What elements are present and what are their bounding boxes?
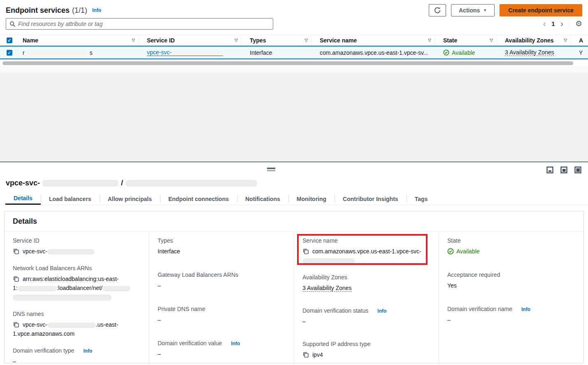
current-page[interactable]: 1 [551, 21, 555, 27]
info-link[interactable]: Info [377, 308, 386, 314]
copy-icon[interactable] [13, 276, 19, 282]
field-value: Available [456, 247, 480, 256]
column-header-acceptance[interactable]: A [575, 35, 588, 45]
field-supported-ip: Supported IP address type ipv4 [302, 341, 430, 359]
column-header-service-id[interactable]: Service ID ▽ [143, 35, 246, 45]
sort-icon[interactable]: ▽ [490, 38, 493, 42]
search-icon [9, 21, 16, 27]
tab-load-balancers[interactable]: Load balancers [41, 193, 100, 205]
horizontal-scrollbar-track [0, 61, 588, 66]
column-header-state[interactable]: State ▽ [439, 35, 501, 45]
panel-size-large-icon[interactable] [574, 166, 581, 175]
row-name-prefix: r [23, 49, 25, 56]
row-service-name-cell: com.amazonaws.vpce.us-east-1.vpce-sv... [316, 49, 439, 56]
row-service-id-cell: vpce-svc- [143, 49, 246, 56]
nlb-arn-line2-prefix: 1: [13, 285, 18, 291]
status-available-icon [443, 49, 449, 56]
dns-value-mid: .us-east- [96, 321, 118, 328]
row-state-cell: Available [439, 49, 501, 56]
column-header-name[interactable]: Name ▽ [19, 35, 143, 45]
service-id-value-prefix: vpce-svc- [23, 248, 47, 255]
refresh-button[interactable] [429, 4, 446, 16]
tab-endpoint-connections[interactable]: Endpoint connections [160, 193, 237, 205]
column-divider [241, 37, 242, 44]
field-label: Network Load Balancers ARNs [13, 265, 141, 271]
tab-allow-principals[interactable]: Allow principals [100, 193, 160, 205]
tab-details[interactable]: Details [5, 193, 41, 205]
details-column-1: Service ID vpce-svc- Network Load Balanc… [5, 232, 149, 365]
column-label: Service ID [147, 37, 175, 44]
search-input[interactable] [18, 21, 270, 27]
field-label: State [447, 237, 575, 244]
availability-zones-link[interactable]: 3 Availability Zones [302, 285, 352, 292]
page-count: (1/1) [72, 6, 87, 15]
field-state: State Available [447, 237, 575, 256]
next-page-icon[interactable]: › [560, 19, 563, 28]
redacted-value [47, 323, 96, 328]
details-column-2: Types Interface Gateway Load Balancers A… [149, 232, 294, 365]
sort-icon[interactable]: ▽ [304, 38, 308, 42]
previous-page-icon[interactable]: ‹ [543, 19, 546, 28]
sort-icon[interactable]: ▽ [428, 38, 431, 42]
field-value: Interface [158, 247, 286, 256]
redacted-value [47, 249, 95, 255]
service-name-line1: com.amazonaws.vpce.us-east-1.vpce-svc- [312, 247, 421, 256]
row-state-value: Available [452, 49, 475, 56]
service-id-link[interactable]: vpce-svc- [147, 49, 223, 56]
copy-icon[interactable] [302, 248, 309, 255]
table-header-row: ✓ Name ▽ Service ID ▽ Types ▽ Service na… [0, 35, 588, 46]
status-available-icon [447, 248, 454, 255]
row-acceptance-value: Y [579, 49, 583, 56]
field-value: – [158, 281, 286, 290]
info-link[interactable]: Info [83, 348, 92, 354]
copy-icon[interactable] [13, 321, 19, 328]
sort-icon[interactable]: ▽ [235, 38, 238, 42]
redacted-title-name [126, 180, 257, 187]
tab-tags[interactable]: Tags [407, 193, 436, 205]
field-domain-verification-type: Domain verification type Info – [13, 347, 141, 365]
panel-size-small-icon[interactable] [546, 166, 553, 175]
tab-monitoring[interactable]: Monitoring [288, 193, 335, 205]
pagination: ‹ 1 › ⚙ [543, 19, 582, 28]
copy-icon[interactable] [13, 248, 19, 255]
gear-icon[interactable]: ⚙ [575, 20, 582, 28]
page-info-link[interactable]: Info [92, 7, 101, 13]
select-all-checkbox[interactable]: ✓ [7, 37, 12, 43]
dns-value-line2: 1.vpce.amazonaws.com [13, 329, 141, 338]
detail-tabs: Details Load balancers Allow principals … [0, 193, 588, 205]
field-label: Domain verification name [447, 306, 512, 312]
copy-icon[interactable] [302, 351, 309, 358]
split-panel-drag-handle[interactable] [267, 168, 275, 171]
column-divider [311, 37, 311, 44]
sort-icon[interactable]: ▽ [564, 38, 567, 42]
table-row[interactable]: ✓ r s vpce-svc- Interface com.amazonaws.… [0, 46, 588, 59]
field-availability-zones: Availability Zones 3 Availability Zones [302, 274, 430, 292]
field-label: Supported IP address type [302, 341, 430, 347]
chevron-down-icon: ▼ [483, 8, 487, 12]
panel-size-medium-icon[interactable] [560, 166, 567, 175]
field-glb-arns: Gateway Load Balancers ARNs – [158, 271, 286, 290]
column-header-types[interactable]: Types ▽ [246, 35, 316, 45]
availability-zones-link[interactable]: 3 Availability Zones [505, 49, 554, 56]
horizontal-scrollbar[interactable] [2, 61, 573, 65]
actions-button[interactable]: Actions ▼ [451, 4, 495, 16]
nlb-arn-line1: arn:aws:elasticloadbalancing:us-east- [23, 274, 119, 283]
column-header-service-name[interactable]: Service name ▽ [316, 35, 439, 45]
info-link[interactable]: Info [231, 341, 240, 346]
pagination-divider [569, 19, 569, 28]
tab-contributor-insights[interactable]: Contributor Insights [335, 193, 407, 205]
tab-notifications[interactable]: Notifications [237, 193, 288, 205]
row-checkbox[interactable]: ✓ [7, 50, 12, 56]
row-name-cell: r s [19, 49, 143, 56]
search-box[interactable] [6, 18, 273, 30]
select-all-cell: ✓ [0, 35, 19, 45]
sort-icon[interactable]: ▽ [132, 38, 135, 42]
field-acceptance-required: Acceptance required Yes [447, 271, 575, 290]
info-link[interactable]: Info [521, 307, 530, 312]
dns-value-prefix: vpce-svc- [23, 321, 47, 328]
service-id-prefix: vpce-svc- [147, 49, 172, 56]
create-endpoint-service-button[interactable]: Create endpoint service [500, 4, 582, 16]
field-label: Domain verification value [158, 340, 222, 346]
column-header-availability-zones[interactable]: Availability Zones ▽ [501, 35, 575, 45]
row-types-cell: Interface [246, 49, 316, 56]
